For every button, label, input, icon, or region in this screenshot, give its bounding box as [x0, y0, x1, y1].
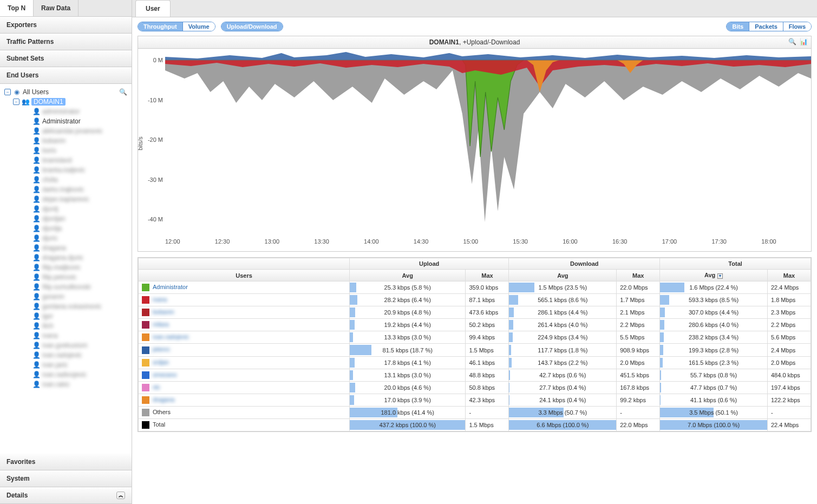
tree-user-row[interactable]: 👤Administrator: [4, 116, 127, 126]
tree-user-row[interactable]: 👤djurdja: [4, 224, 127, 233]
tree-domain-row[interactable]: − 👥 DOMAIN1: [4, 97, 127, 107]
tree-user-label: djurdj: [42, 205, 58, 213]
unit-toggle: Bits Packets Flows: [726, 22, 812, 31]
col-dn-avg[interactable]: Avg: [509, 270, 617, 282]
chart-title-domain: DOMAIN1: [429, 38, 459, 46]
user-link[interactable]: ivana: [153, 296, 167, 303]
tree-user-row[interactable]: 👤dejan.kaplarevic: [4, 194, 127, 204]
zoom-reset-icon[interactable]: 🔍: [788, 38, 796, 45]
user-link[interactable]: bobanm: [153, 309, 174, 315]
y-axis: bits/s 0 M -10 M -20 M -30 M -40 M: [138, 49, 165, 238]
col-tot-avg[interactable]: Avg▾: [660, 270, 768, 282]
tab-raw-data[interactable]: Raw Data: [34, 0, 79, 16]
bar-cell: 42.7 kbps (0.6 %): [509, 369, 617, 381]
cell-dn-max: 2.0 Mbps: [617, 356, 660, 369]
bar-cell: 20.0 kbps (4.6 %): [350, 381, 466, 394]
tree-user-row[interactable]: 👤cfulta: [4, 175, 127, 185]
col-up-max[interactable]: Max: [466, 270, 509, 282]
tree-user-row[interactable]: 👤branislavd: [4, 155, 127, 165]
user-link[interactable]: milara: [153, 321, 169, 328]
tree-user-row[interactable]: 👤gordana.vukasinovic: [4, 302, 127, 311]
section-exporters[interactable]: Exporters: [0, 17, 132, 34]
tree-user-row[interactable]: 👤ivana: [4, 331, 127, 341]
tree-user-row[interactable]: 👤administrator: [4, 107, 127, 116]
tree-user-row[interactable]: 👤filip.sumulikovski: [4, 282, 127, 292]
section-end-users-label: End Users: [6, 71, 38, 79]
tree-user-row[interactable]: 👤ivan.rakic: [4, 379, 127, 389]
x-tick: 12:00: [165, 238, 215, 251]
tree-user-row[interactable]: 👤ivan.jaric: [4, 360, 127, 370]
tab-top-n[interactable]: Top N: [0, 0, 34, 16]
section-system[interactable]: System: [0, 470, 132, 487]
chart-title-suffix: , +Upload/-Download: [459, 38, 520, 46]
col-up-avg[interactable]: Avg: [350, 270, 466, 282]
tree-user-row[interactable]: 👤bobanm: [4, 136, 127, 146]
cell-up-max: 46.1 kbps: [466, 356, 509, 369]
user-icon: 👤: [32, 312, 40, 320]
tree-user-row[interactable]: 👤dragana.djuric: [4, 253, 127, 263]
tree-user-row[interactable]: 👤ivan.radojevic: [4, 350, 127, 360]
cell-user: dragana: [139, 394, 350, 406]
section-subnet-sets[interactable]: Subnet Sets: [0, 50, 132, 67]
collapse-icon[interactable]: −: [4, 89, 11, 95]
tree-user-row[interactable]: 👤aleksandar.jovanovic: [4, 126, 127, 136]
user-icon: 👤: [32, 351, 40, 359]
table-row: ivana28.2 kbps (6.4 %)87.1 kbps565.1 kbp…: [139, 294, 811, 306]
metric-toggle: Throughput Volume: [138, 22, 215, 31]
user-link[interactable]: smezano: [153, 371, 177, 378]
user-link[interactable]: srdjan: [153, 359, 169, 365]
user-link[interactable]: ivan.radojevic: [153, 333, 189, 340]
tree-user-row[interactable]: 👤ivan.gvekustom: [4, 341, 127, 350]
tab-user[interactable]: User: [135, 0, 171, 17]
tree-user-row[interactable]: 👤filip.maljkovic: [4, 263, 127, 272]
chart-plot[interactable]: [165, 49, 811, 238]
col-tot-max[interactable]: Max: [768, 270, 811, 282]
bar-cell: 181.0 kbps (41.4 %): [350, 406, 466, 418]
pill-upload-download[interactable]: Upload/Download: [221, 22, 283, 31]
section-favorites[interactable]: Favorites: [0, 454, 132, 470]
pill-volume[interactable]: Volume: [182, 22, 215, 31]
user-icon: 👤: [32, 361, 40, 369]
col-users[interactable]: Users: [139, 270, 350, 282]
section-details[interactable]: Details ︽: [0, 487, 132, 504]
pill-packets[interactable]: Packets: [749, 22, 783, 31]
user-icon: 👤: [32, 293, 40, 300]
pill-throughput[interactable]: Throughput: [138, 22, 182, 31]
sort-desc-icon: ▾: [717, 273, 723, 279]
tree-user-row[interactable]: 👤filip.petrovic: [4, 272, 127, 282]
tree-user-row[interactable]: 👤ilich: [4, 321, 127, 331]
col-dn-max[interactable]: Max: [617, 270, 660, 282]
tree-user-row[interactable]: 👤darko.trajkovic: [4, 185, 127, 194]
collapse-icon[interactable]: −: [13, 99, 19, 105]
chart-body[interactable]: bits/s 0 M -10 M -20 M -30 M -40 M: [138, 49, 811, 238]
tree-user-row[interactable]: 👤ivan.radivojevic: [4, 370, 127, 379]
user-link[interactable]: nlc: [153, 384, 160, 390]
color-swatch: [142, 421, 149, 429]
tree-user-row[interactable]: 👤djordjan: [4, 214, 127, 224]
users-table: Upload Download Total Users Avg Max Avg …: [138, 257, 812, 432]
user-link[interactable]: Administrator: [153, 284, 188, 290]
user-icon: 👤: [32, 127, 40, 135]
tree-user-row[interactable]: 👤djuric: [4, 233, 127, 243]
tree-user-row[interactable]: 👤djurdj: [4, 204, 127, 214]
user-link[interactable]: jelenrc: [153, 346, 170, 352]
tree-user-row[interactable]: 👤boris: [4, 146, 127, 155]
chart-settings-icon[interactable]: 📊: [800, 38, 808, 45]
tree-user-row[interactable]: 👤goranm: [4, 292, 127, 302]
tree-user-label: ivan.rakic: [42, 381, 70, 388]
user-link[interactable]: dragana: [153, 396, 174, 403]
col-tot-avg-label: Avg: [704, 272, 715, 278]
tree-user-row[interactable]: 👤branka.kaljevic: [4, 165, 127, 175]
chevron-up-icon[interactable]: ︽: [116, 492, 125, 499]
pill-bits[interactable]: Bits: [727, 22, 749, 31]
tree-root-row[interactable]: − ◉ All Users 🔍: [4, 87, 127, 97]
section-traffic-patterns[interactable]: Traffic Patterns: [0, 34, 132, 50]
col-group-download: Download: [509, 258, 660, 270]
pill-flows[interactable]: Flows: [783, 22, 811, 31]
section-end-users[interactable]: End Users: [0, 67, 132, 84]
tree-user-row[interactable]: 👤igor: [4, 311, 127, 321]
search-icon[interactable]: 🔍: [119, 88, 127, 96]
user-icon: 👤: [32, 273, 40, 281]
tree-user-row[interactable]: 👤dragana: [4, 243, 127, 253]
cell-user: nlc: [139, 381, 350, 394]
